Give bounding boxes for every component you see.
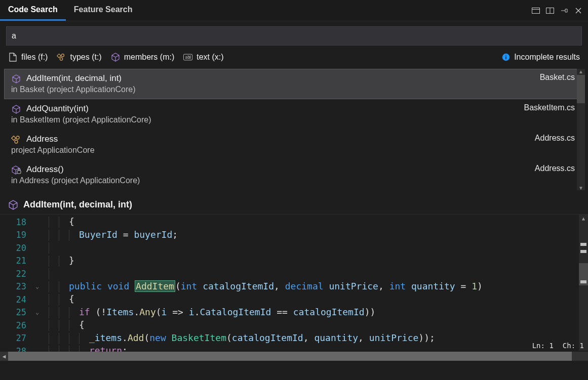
code-line[interactable]: 19BuyerId = buyerId; — [0, 229, 588, 242]
line-number: 27 — [0, 333, 35, 343]
fold-gutter[interactable]: ⌄ — [35, 283, 49, 290]
svg-point-5 — [61, 54, 64, 57]
svg-rect-4 — [57, 54, 61, 58]
svg-rect-11 — [505, 57, 506, 60]
svg-rect-0 — [532, 8, 540, 13]
result-title: Address() — [26, 164, 520, 175]
result-file: Address.cs — [525, 164, 575, 173]
text-icon: ab — [183, 53, 192, 62]
svg-rect-16 — [17, 171, 21, 174]
code-preview[interactable]: 18{19BuyerId = buyerId;2021}2223⌄public … — [0, 214, 588, 361]
incomplete-results: Incomplete results — [502, 53, 580, 62]
code-content: { — [49, 293, 74, 305]
close-icon[interactable] — [574, 6, 583, 15]
code-line[interactable]: 20 — [0, 241, 588, 255]
code-scroll-left-icon[interactable]: ◀ — [0, 352, 8, 361]
line-number: 18 — [0, 217, 35, 227]
result-title: AddItem(int, decimal, int) — [26, 73, 525, 84]
result-icon — [11, 74, 21, 84]
result-title: AddQuantity(int) — [26, 103, 509, 114]
code-line[interactable]: 27_items.Add(new BasketItem(catalogItemI… — [0, 332, 588, 345]
line-number: 19 — [0, 230, 35, 240]
results-scroll-thumb[interactable] — [577, 75, 585, 103]
line-number: 24 — [0, 294, 35, 305]
code-content — [49, 242, 59, 254]
result-icon — [11, 104, 21, 114]
line-number: 21 — [0, 256, 35, 266]
split-window-icon[interactable] — [545, 6, 555, 15]
code-content — [49, 268, 59, 279]
result-item[interactable]: Address()in Address (project Application… — [4, 160, 582, 190]
result-subtitle: project ApplicationCore — [11, 145, 520, 156]
result-file: Basket.cs — [530, 73, 575, 82]
code-marker — [580, 243, 586, 246]
result-subtitle: in Basket (project ApplicationCore) — [11, 84, 525, 95]
types-icon — [57, 53, 66, 62]
title-bar: Code Search Feature Search — [0, 0, 588, 21]
filter-text[interactable]: ab text (x:) — [183, 53, 223, 62]
filter-files-label: files (f:) — [21, 53, 48, 62]
scroll-up-icon[interactable]: ▲ — [577, 68, 585, 75]
tab-code-search[interactable]: Code Search — [0, 0, 66, 21]
result-item[interactable]: Addressproject ApplicationCoreAddress.cs — [4, 130, 582, 160]
code-content: { — [49, 319, 85, 331]
fold-gutter[interactable]: ⌄ — [35, 309, 49, 316]
svg-rect-12 — [505, 55, 506, 56]
result-subtitle: in Address (project ApplicationCore) — [11, 175, 520, 186]
line-number: 22 — [0, 269, 35, 279]
filter-members-label: members (m:) — [124, 53, 175, 62]
search-box[interactable] — [6, 26, 582, 46]
code-marker — [580, 280, 586, 283]
result-title: Address — [26, 134, 520, 145]
result-icon — [11, 135, 21, 145]
svg-rect-13 — [12, 136, 16, 140]
result-item[interactable]: AddItem(int, decimal, int)in Basket (pro… — [4, 69, 582, 99]
svg-point-15 — [15, 140, 18, 143]
scroll-down-icon[interactable]: ▼ — [577, 184, 585, 191]
tab-feature-search[interactable]: Feature Search — [66, 0, 141, 21]
code-content: _items.Add(new BasketItem(catalogItemId,… — [49, 332, 435, 344]
status-line: Ln: 1 — [532, 342, 554, 350]
code-line[interactable]: 23⌄public void AddItem(int catalogItemId… — [0, 280, 588, 293]
status-char: Ch: 1 — [563, 342, 584, 350]
preview-title: AddItem(int, decimal, int) — [23, 199, 132, 210]
result-file: Address.cs — [525, 134, 575, 143]
method-icon — [8, 200, 18, 210]
filter-files[interactable]: files (f:) — [8, 53, 48, 62]
filter-types[interactable]: types (t:) — [57, 53, 101, 62]
svg-point-14 — [16, 136, 19, 139]
code-line[interactable]: 22 — [0, 267, 588, 280]
filter-text-label: text (x:) — [197, 53, 223, 62]
filter-members[interactable]: members (m:) — [111, 53, 175, 62]
code-hscroll-thumb[interactable] — [8, 352, 572, 361]
line-number: 23 — [0, 281, 35, 291]
incomplete-results-label: Incomplete results — [514, 53, 580, 62]
pin-icon[interactable] — [560, 6, 569, 15]
result-icon — [11, 165, 21, 175]
result-item[interactable]: AddQuantity(int)in BasketItem (project A… — [4, 99, 582, 130]
dock-window-icon[interactable] — [531, 6, 540, 15]
code-line[interactable]: 21} — [0, 255, 588, 268]
code-marker — [580, 250, 586, 253]
results-list: ▲ ▼ AddItem(int, decimal, int)in Basket … — [4, 69, 582, 190]
code-line[interactable]: 18{ — [0, 216, 588, 229]
info-icon — [502, 53, 510, 61]
line-number: 25 — [0, 307, 35, 317]
code-content: { — [49, 216, 74, 228]
code-line[interactable]: 26{ — [0, 319, 588, 332]
code-content: if (!Items.Any(i => i.CatalogItemId == c… — [49, 307, 375, 318]
search-input[interactable] — [12, 31, 576, 40]
filter-types-label: types (t:) — [70, 53, 101, 62]
status-bar: Ln: 1 Ch: 1 — [532, 342, 584, 350]
svg-point-6 — [60, 58, 63, 60]
code-line[interactable]: 24{ — [0, 293, 588, 306]
result-file: BasketItem.cs — [514, 103, 575, 112]
code-line[interactable]: 25⌄if (!Items.Any(i => i.CatalogItemId =… — [0, 306, 588, 319]
code-hscroll-track[interactable]: ◀ ▶ — [0, 352, 588, 361]
line-number: 20 — [0, 243, 35, 253]
svg-text:ab: ab — [185, 55, 190, 60]
code-scroll-up-icon[interactable]: ▲ — [579, 215, 588, 222]
code-content: public void AddItem(int catalogItemId, d… — [49, 281, 483, 292]
file-icon — [8, 53, 17, 62]
line-number: 26 — [0, 320, 35, 330]
